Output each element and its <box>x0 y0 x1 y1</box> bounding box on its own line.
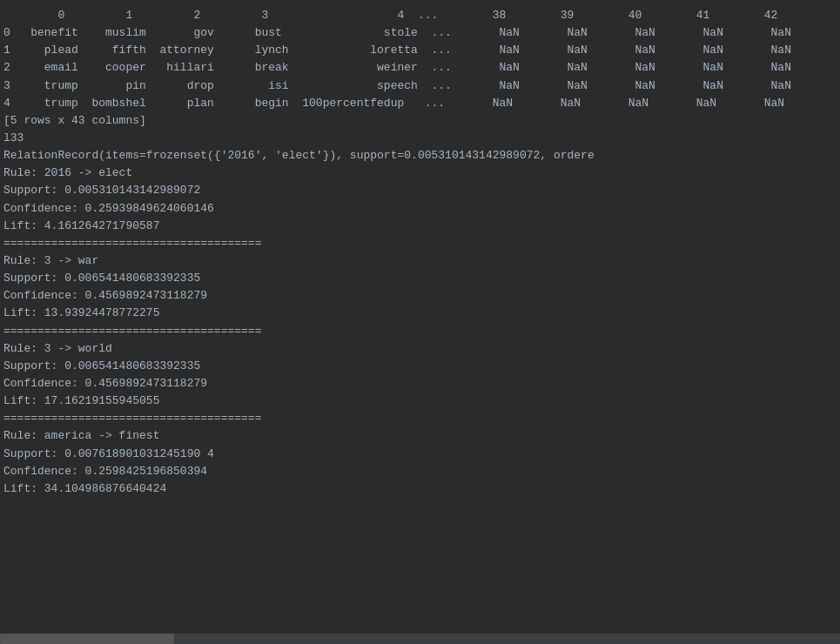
terminal-line: l33 <box>3 130 837 147</box>
terminal-line: Support: 0.006541480683392335 <box>3 358 837 375</box>
terminal-line: Lift: 13.93924478772275 <box>3 305 837 322</box>
terminal-line: Confidence: 0.4569892473118279 <box>3 287 837 305</box>
terminal-line: 0 benefit muslim gov bust stole ... NaN … <box>3 24 837 42</box>
terminal-line: Rule: america -> finest <box>3 427 837 445</box>
terminal-line: RelationRecord(items=frozenset({'2016', … <box>3 147 837 164</box>
terminal-line: 0 1 2 3 4 ... 38 39 40 41 42 <box>3 7 837 24</box>
terminal-line: Lift: 17.16219155945055 <box>3 392 837 410</box>
terminal-line: Confidence: 0.2598425196850394 <box>3 463 837 480</box>
terminal-line: Confidence: 0.25939849624060146 <box>3 200 837 218</box>
terminal-line: 4 trump bombshel plan begin 100percentfe… <box>3 95 837 112</box>
terminal-line: Support: 0.005310143142989072 <box>3 182 837 199</box>
terminal-line: Rule: 3 -> war <box>3 252 837 270</box>
terminal-line: Confidence: 0.4569892473118279 <box>3 375 837 392</box>
terminal-window: 0 1 2 3 4 ... 38 39 40 41 420 benefit mu… <box>0 0 840 644</box>
terminal-line: Lift: 34.104986876640424 <box>3 480 837 498</box>
terminal-line: Support: 0.007618901031245190 4 <box>3 446 837 463</box>
scrollbar-thumb[interactable] <box>0 634 174 644</box>
terminal-line: 3 trump pin drop isi speech ... NaN NaN … <box>3 77 837 95</box>
terminal-line: ====================================== <box>3 235 837 252</box>
terminal-line: ====================================== <box>3 323 837 340</box>
terminal-line: [5 rows x 43 columns] <box>3 112 837 130</box>
terminal-line: Lift: 4.161264271790587 <box>3 218 837 235</box>
terminal-line: Support: 0.006541480683392335 <box>3 270 837 287</box>
terminal-line: 2 email cooper hillari break weiner ... … <box>3 59 837 77</box>
horizontal-scrollbar[interactable] <box>0 634 840 644</box>
terminal-line: ====================================== <box>3 410 837 427</box>
terminal-line: Rule: 3 -> world <box>3 340 837 358</box>
terminal-line: Rule: 2016 -> elect <box>3 164 837 182</box>
terminal-line: 1 plead fifth attorney lynch loretta ...… <box>3 42 837 59</box>
